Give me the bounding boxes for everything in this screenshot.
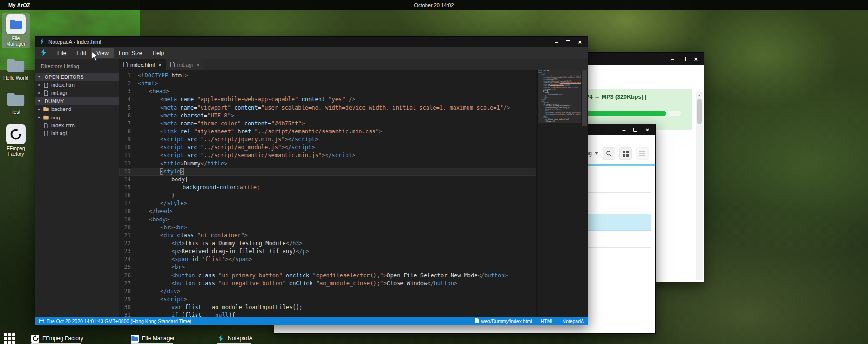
maximize-icon[interactable] — [633, 128, 637, 132]
code-line: 5<meta name="viewport" content="user-sca… — [119, 104, 536, 112]
code-text: <title>Dummy</title> — [138, 160, 228, 168]
menu-edit[interactable]: Edit — [71, 48, 91, 58]
line-number: 10 — [119, 144, 138, 151]
minimap-slider[interactable] — [538, 70, 581, 123]
code-line: 15background-color:white; — [119, 184, 536, 192]
tree-section-dummy[interactable]: ▾DUMMY — [35, 97, 119, 105]
tree-section-open-editors[interactable]: ▾OPEN EDITORS — [35, 73, 119, 81]
desktop-icon-hello-world[interactable]: Hello World — [2, 55, 30, 83]
code-line: 28</div> — [119, 288, 536, 296]
notepada-window[interactable]: NotepadA - index.html – × FileEditViewFo… — [35, 36, 588, 325]
taskbar-app-file-manager[interactable]: File Manager — [126, 333, 179, 344]
minimize-icon[interactable]: – — [671, 56, 674, 62]
desktop-icon-label: Test — [3, 109, 29, 115]
code-lines: 1<!DOCTYPE html>2<html>3<head>4<meta nam… — [119, 72, 536, 317]
desktop-icon-file-manager[interactable]: File Manager — [2, 13, 30, 48]
line-number: 30 — [119, 303, 138, 311]
line-number: 7 — [119, 120, 138, 128]
apps-grid-icon[interactable] — [4, 333, 15, 344]
close-icon[interactable]: × — [578, 39, 582, 45]
notepada-logo-icon — [40, 48, 47, 58]
editor-scrollbar[interactable] — [581, 70, 588, 317]
sidebar-header: Directory Listing — [35, 59, 119, 73]
code-line: 27<button class="ui negative button" onC… — [119, 280, 536, 288]
desktop-icon-ffmpeg-factory[interactable]: FFmpeg Factory — [2, 123, 30, 158]
code-line: 8<link rel="stylesheet" href="../script/… — [119, 128, 536, 136]
clock: October 20 14:02 — [0, 2, 868, 8]
tree-section-label: DUMMY — [45, 98, 64, 104]
recycle-icon — [31, 335, 39, 343]
search-icon — [606, 151, 612, 157]
scrollbar-thumb[interactable] — [697, 99, 702, 124]
minimap-shadow — [535, 70, 538, 317]
taskbar-app-ffmpeg-factory[interactable]: FFmpeg Factory — [27, 333, 88, 344]
code-text: background-color:white; — [138, 184, 260, 192]
close-icon[interactable]: × — [694, 56, 698, 62]
desktop-icon-test[interactable]: Test — [2, 89, 30, 117]
code-text: <meta name="apple-mobile-web-app-capable… — [138, 96, 355, 103]
code-line: 17</style> — [119, 200, 536, 207]
line-number: 28 — [119, 288, 138, 296]
tab-index-html[interactable]: index.html× — [119, 59, 166, 70]
desktop-icon-label: FFmpeg Factory — [3, 145, 29, 157]
grid-view-button[interactable] — [619, 147, 632, 160]
tree-item-backend[interactable]: ▸backend — [35, 105, 119, 113]
scroll-up-icon[interactable]: ▲ — [696, 92, 703, 97]
tab-close-icon[interactable]: × — [158, 62, 161, 68]
menu-font-size[interactable]: Font Size — [114, 48, 148, 58]
menu-help[interactable]: Help — [148, 48, 170, 58]
desktop: My ArOZ October 20 14:02 File ManagerHel… — [0, 0, 868, 344]
taskbar-app-notepada[interactable]: NotepadA — [212, 333, 257, 344]
maximize-icon[interactable] — [682, 57, 686, 61]
tree-item-index-html[interactable]: index.html — [35, 121, 119, 129]
code-line: 4<meta name="apple-mobile-web-app-capabl… — [119, 96, 536, 103]
file-icon — [170, 62, 175, 68]
minimize-icon[interactable]: – — [555, 39, 558, 45]
close-icon[interactable]: × — [35, 90, 43, 96]
code-text: <button class="ui negative button" onCli… — [138, 280, 457, 288]
menu-file[interactable]: File — [52, 48, 71, 58]
taskbar: FFmpeg FactoryFile ManagerNotepadA — [0, 333, 868, 344]
folder-icon — [43, 107, 49, 111]
grid-view-icon — [623, 151, 629, 157]
statusbar: Tue Oct 20 2020 14:01:43 GMT+0800 (Hong … — [35, 317, 588, 325]
tree-item-init-agi[interactable]: ×init.agi — [35, 89, 119, 97]
tabbar: index.html×init.agi× — [119, 59, 588, 70]
recycle-icon — [6, 124, 26, 144]
status-appname: NotepadA — [562, 318, 584, 324]
search-button[interactable] — [603, 147, 615, 160]
tree-item-init-agi[interactable]: init.agi — [35, 130, 119, 138]
tab-close-icon[interactable]: × — [197, 62, 199, 68]
list-view-button[interactable] — [636, 147, 649, 160]
tab-init-agi[interactable]: init.agi× — [166, 59, 204, 70]
tree-item-index-html[interactable]: ×index.html — [35, 81, 119, 89]
code-text: </style> — [138, 200, 187, 207]
maximize-icon[interactable] — [566, 40, 570, 44]
file-icon — [43, 83, 49, 88]
chevron-down-icon — [595, 152, 598, 155]
minimap[interactable]: <!DOCTYPE html><html><head><meta name="a… — [538, 70, 581, 317]
code-text: <meta charset="UTF-8"> — [138, 112, 234, 120]
chevron-down-icon: ▾ — [35, 99, 43, 103]
code-line: 30var flist = ao_module_loadInputFiles()… — [119, 303, 536, 311]
minimize-icon[interactable]: – — [622, 127, 625, 133]
line-number: 23 — [119, 248, 138, 255]
code-line: 14body{ — [119, 176, 536, 184]
close-icon[interactable]: × — [35, 83, 43, 88]
code-editor[interactable]: 1<!DOCTYPE html>2<html>3<head>4<meta nam… — [119, 70, 588, 317]
notepada-titlebar[interactable]: NotepadA - index.html – × — [35, 37, 588, 47]
taskbar-app-label: FFmpeg Factory — [42, 335, 83, 342]
tree-item-img[interactable]: ▸img — [35, 113, 119, 121]
code-text: <script> — [138, 296, 187, 303]
ffmpeg-scrollbar[interactable]: ▲ — [696, 92, 703, 280]
close-icon[interactable]: × — [645, 127, 649, 133]
code-line: 2<html> — [119, 80, 536, 88]
line-number: 16 — [119, 192, 138, 200]
line-number: 18 — [119, 207, 138, 215]
line-number: 6 — [119, 112, 138, 120]
menu-view[interactable]: View — [91, 48, 114, 58]
line-number: 21 — [119, 232, 138, 240]
line-number: 17 — [119, 200, 138, 207]
notepada-logo-icon — [217, 335, 224, 343]
file-icon — [43, 123, 49, 128]
